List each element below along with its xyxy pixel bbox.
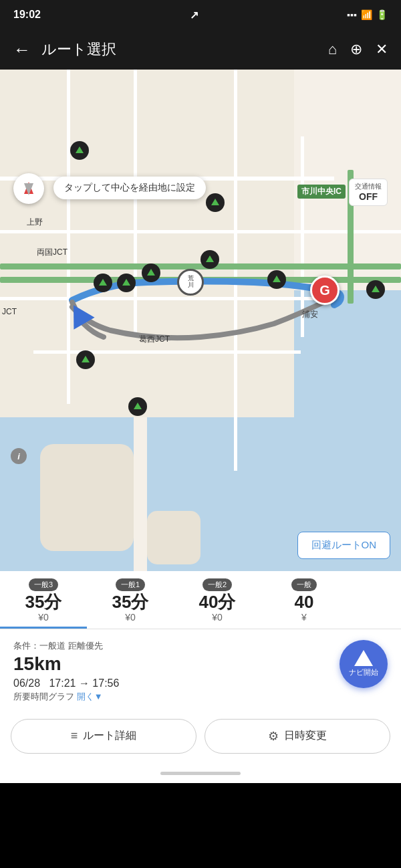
- svg-marker-8: [82, 356, 90, 362]
- traffic-label: 交通情報: [355, 182, 382, 191]
- speed-camera-1: [94, 274, 112, 292]
- battery-icon: 🔋: [376, 9, 388, 20]
- arrow-icon: →: [79, 677, 90, 689]
- compass-south: [24, 183, 33, 195]
- svg-marker-7: [211, 199, 219, 205]
- route-tab-1[interactable]: 一般3 35分 ¥0: [0, 571, 87, 629]
- arakawa-marker: 荒川: [177, 269, 204, 296]
- date-change-label: 日時変更: [284, 729, 327, 743]
- speed-camera-4: [200, 250, 219, 269]
- svg-marker-3: [206, 255, 214, 262]
- map-area[interactable]: G 荒川 上野 両国JCT 葛西JCT 浦安 JCT 市川中央IC: [0, 70, 401, 571]
- tab-cost-3: ¥0: [184, 612, 250, 623]
- svg-marker-0: [99, 279, 107, 286]
- distance-text: 15km: [13, 653, 388, 675]
- route-overlay: [0, 70, 401, 571]
- nav-bar: ← ルート選択 ⌂ ⊕ ✕: [0, 29, 401, 70]
- navi-start-label: ナビ開始: [349, 667, 378, 677]
- nav-actions: ⌂ ⊕ ✕: [328, 41, 388, 58]
- speed-camera-8: [206, 193, 225, 212]
- date-change-icon: ⚙: [268, 729, 279, 744]
- info-panel: 条件：一般道 距離優先 15km 06/28 17:21 → 17:56 所要時…: [0, 629, 401, 719]
- speed-camera-2: [117, 274, 136, 292]
- route-tab-2[interactable]: 一般1 35分 ¥0: [87, 571, 174, 629]
- svg-marker-2: [147, 269, 155, 276]
- map-label-urayasu: 浦安: [302, 309, 318, 320]
- svg-marker-1: [122, 279, 130, 286]
- map-label-ichikawa: 市川中央IC: [297, 185, 346, 199]
- tab-cost-1: ¥0: [11, 612, 76, 623]
- graph-open-link[interactable]: 開く▼: [77, 691, 103, 701]
- route-tab-4[interactable]: 一般 40 ¥: [261, 571, 348, 629]
- date-change-button[interactable]: ⚙ 日時変更: [205, 719, 390, 754]
- home-indicator: [0, 764, 401, 783]
- map-label-kasai: 葛西JCT: [139, 334, 170, 345]
- tab-badge-3: 一般2: [203, 578, 232, 591]
- speed-camera-9: [76, 350, 95, 369]
- navi-start-button[interactable]: ナビ開始: [340, 640, 388, 688]
- time-range: 06/28 17:21 → 17:56: [13, 677, 388, 689]
- speed-camera-7: [70, 141, 89, 160]
- speed-camera-3: [142, 263, 160, 282]
- route-detail-icon: ≡: [71, 729, 78, 743]
- bottom-actions: ≡ ルート詳細 ⚙ 日時変更: [0, 719, 401, 764]
- travel-graph: 所要時間グラフ 開く▼: [13, 691, 388, 703]
- status-icons: ▪▪▪ 📶 🔋: [347, 9, 388, 20]
- close-button[interactable]: ✕: [376, 41, 388, 58]
- speed-camera-6: [366, 280, 385, 299]
- page-title: ルート選択: [41, 39, 317, 60]
- departure-time: 17:21: [49, 677, 76, 689]
- condition-text: 条件：一般道 距離優先: [13, 640, 388, 652]
- trip-date: 06/28: [13, 677, 40, 689]
- svg-marker-5: [372, 286, 380, 292]
- wifi-icon: 📶: [361, 9, 372, 20]
- tab-cost-2: ¥0: [98, 612, 163, 623]
- tab-badge-1: 一般3: [29, 578, 58, 591]
- tab-time-1: 35分: [11, 592, 76, 612]
- tab-badge-2: 一般1: [116, 578, 145, 591]
- home-bar: [160, 772, 241, 775]
- tab-time-2: 35分: [98, 592, 163, 612]
- navi-arrow-icon: [354, 650, 373, 666]
- speed-camera-10: [128, 397, 147, 416]
- speed-camera-5: [267, 270, 286, 289]
- tab-time-3: 40分: [184, 592, 250, 612]
- status-time: 19:02: [13, 9, 41, 21]
- map-label-ueno: 上野: [27, 217, 43, 228]
- traffic-status: OFF: [355, 191, 382, 203]
- tab-cost-4: ¥: [271, 612, 337, 623]
- waypoint-tooltip[interactable]: タップして中心を経由地に設定: [53, 177, 206, 199]
- route-tab-3[interactable]: 一般2 40分 ¥0: [174, 571, 261, 629]
- avoid-route-button[interactable]: 回避ルートON: [297, 532, 391, 559]
- map-label-jct-left: JCT: [2, 307, 17, 316]
- compass-inner: [22, 182, 35, 195]
- signal-icon: ▪▪▪: [347, 9, 357, 20]
- arrival-time: 17:56: [92, 677, 119, 689]
- tab-badge-4: 一般: [291, 578, 317, 591]
- svg-marker-9: [134, 403, 142, 409]
- tab-time-4: 40: [271, 592, 337, 612]
- destination-marker: G: [310, 276, 340, 305]
- traffic-info-badge[interactable]: 交通情報 OFF: [349, 179, 388, 206]
- route-tabs: 一般3 35分 ¥0 一般1 35分 ¥0 一般2 40分 ¥0 一般 40 ¥: [0, 571, 401, 629]
- svg-marker-6: [76, 146, 84, 153]
- status-location-icon: ↗: [190, 9, 198, 21]
- share-button[interactable]: ⌂: [328, 41, 337, 58]
- compass[interactable]: [13, 173, 44, 204]
- add-waypoint-button[interactable]: ⊕: [350, 41, 362, 58]
- map-label-ryogoku: 両国JCT: [37, 247, 68, 258]
- map-info-icon[interactable]: i: [11, 448, 27, 464]
- status-bar: 19:02 ↗ ▪▪▪ 📶 🔋: [0, 0, 401, 29]
- route-detail-button[interactable]: ≡ ルート詳細: [11, 719, 196, 754]
- route-detail-label: ルート詳細: [83, 729, 136, 743]
- back-button[interactable]: ←: [13, 39, 31, 60]
- svg-marker-4: [273, 276, 281, 282]
